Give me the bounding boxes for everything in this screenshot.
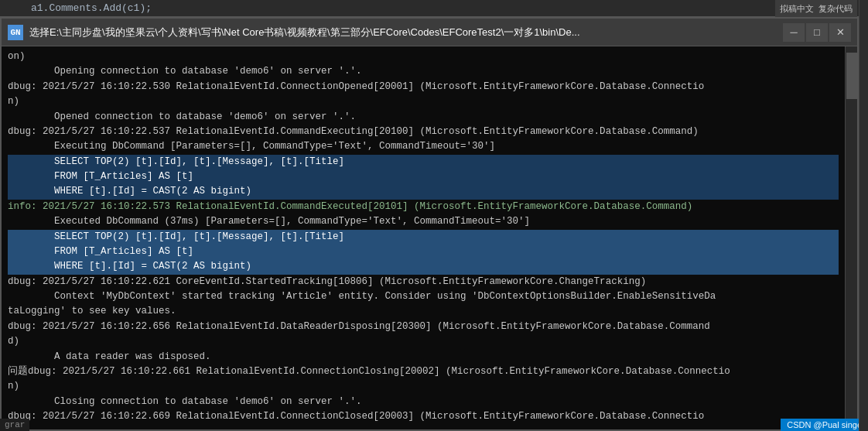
console-output: on) Opening connection to database 'demo… — [2, 46, 845, 429]
console-line: n) — [8, 379, 839, 394]
right-panel — [859, 0, 868, 431]
console-line: info: 2021/5/27 16:10:22.573 RelationalE… — [8, 200, 839, 214]
console-line: WHERE [t].[Id] = CAST(2 AS bigint) — [8, 184, 839, 199]
console-line: 问题dbug: 2021/5/27 16:10:22.661 Relationa… — [8, 364, 839, 379]
console-window: GN 选择E:\主同步盘\我的坚果云\个人资料\写书\Net Core书稿\视频… — [0, 17, 859, 431]
console-line: WHERE [t].[Id] = CAST(2 AS bigint) — [8, 259, 839, 274]
console-line: SELECT TOP(2) [t].[Id], [t].[Message], [… — [8, 155, 839, 169]
minimize-button[interactable]: ─ — [783, 23, 805, 42]
code-text: a1.Comments.Add(c1); — [31, 2, 152, 14]
bottom-left-label: grar — [0, 419, 29, 431]
scrollbar-thumb[interactable] — [846, 53, 857, 99]
console-line: dbug: 2021/5/27 16:10:22.530 RelationalE… — [8, 80, 839, 94]
window-controls: ─ □ ✕ — [783, 23, 851, 42]
window-title: 选择E:\主同步盘\我的坚果云\个人资料\写书\Net Core书稿\视频教程\… — [29, 26, 777, 39]
console-line: Opening connection to database 'demo6' o… — [8, 64, 839, 79]
console-line: n) — [8, 94, 839, 109]
console-line: Executed DbCommand (37ms) [Parameters=[]… — [8, 214, 839, 229]
close-button[interactable]: ✕ — [829, 23, 851, 42]
console-line: dbug: 2021/5/27 16:10:22.621 CoreEventId… — [8, 275, 839, 289]
maximize-button[interactable]: □ — [806, 23, 828, 42]
console-line: dbug: 2021/5/27 16:10:22.537 RelationalE… — [8, 125, 839, 139]
console-line: dbug: 2021/5/27 16:10:22.669 RelationalE… — [8, 409, 839, 424]
console-line: Opened connection to database 'demo6' on… — [8, 110, 839, 125]
console-line: FROM [T_Articles] AS [t] — [8, 169, 839, 184]
console-line: SELECT TOP(2) [t].[Id], [t].[Message], [… — [8, 230, 839, 245]
console-line: dbug: 2021/5/27 16:10:22.656 RelationalE… — [8, 320, 839, 334]
console-line: Executing DbCommand [Parameters=[], Comm… — [8, 139, 839, 154]
console-line: n) — [8, 424, 839, 429]
console-line: Context 'MyDbContext' started tracking '… — [8, 289, 839, 304]
console-line: taLogging' to see key values. — [8, 304, 839, 319]
app-icon: GN — [8, 25, 23, 40]
console-area: on) Opening connection to database 'demo… — [2, 46, 857, 429]
console-line: FROM [T_Articles] AS [t] — [8, 245, 839, 259]
scrollbar[interactable] — [845, 46, 857, 429]
console-line: A data reader was disposed. — [8, 350, 839, 364]
status-bar: CSDN @Pual singe — [781, 419, 868, 431]
console-line: on) — [8, 50, 839, 64]
code-strip: a1.Comments.Add(c1); — [0, 0, 868, 17]
top-right-text: 拟稿中文 复杂代码 — [775, 0, 857, 17]
console-line: Closing connection to database 'demo6' o… — [8, 395, 839, 409]
console-line: d) — [8, 334, 839, 349]
title-bar: GN 选择E:\主同步盘\我的坚果云\个人资料\写书\Net Core书稿\视频… — [2, 19, 857, 46]
